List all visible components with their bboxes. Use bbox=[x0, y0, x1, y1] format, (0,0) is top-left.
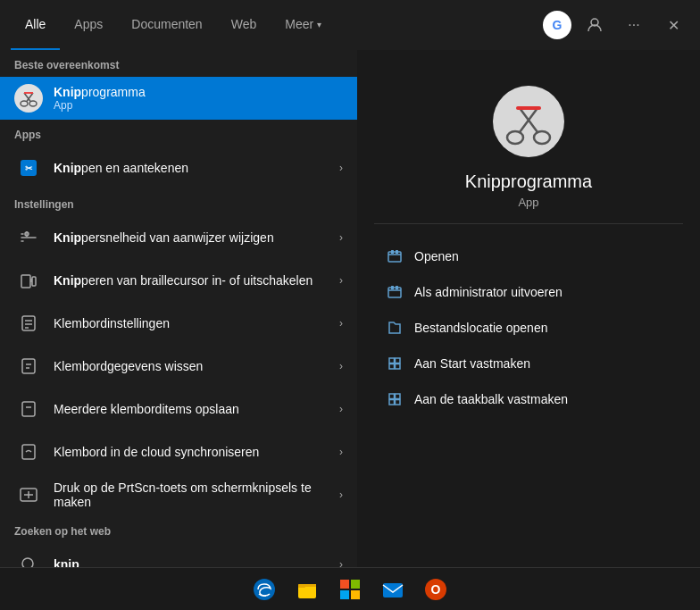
setting-item-1[interactable]: Knipperen van braillecursor in- of uitsc… bbox=[0, 259, 357, 302]
setting-text-4: Meerdere klemborditems opslaan bbox=[54, 402, 332, 416]
arrow-icon: › bbox=[339, 558, 343, 567]
arrow-icon: › bbox=[339, 489, 343, 501]
content-area: Beste overeenkomst Kni bbox=[0, 50, 700, 567]
pin-start-icon bbox=[386, 355, 404, 372]
svg-point-28 bbox=[22, 558, 33, 567]
action-taskbar[interactable]: Aan de taakbalk vastmaken bbox=[357, 381, 700, 417]
setting-title-6: Druk op de PrtScn-toets om schermknipsel… bbox=[54, 480, 332, 509]
svg-rect-12 bbox=[32, 277, 36, 286]
best-match-label: Beste overeenkomst bbox=[0, 50, 357, 77]
svg-rect-58 bbox=[351, 590, 360, 599]
location-icon bbox=[386, 319, 404, 337]
more-options-button[interactable]: ··· bbox=[618, 9, 650, 41]
setting-icon-2 bbox=[14, 309, 43, 338]
svg-rect-19 bbox=[22, 359, 35, 373]
knippen-title: Knippen en aantekenen bbox=[54, 161, 332, 175]
svg-rect-56 bbox=[351, 580, 360, 589]
arrow-icon: › bbox=[339, 403, 343, 415]
svg-rect-43 bbox=[396, 358, 401, 363]
svg-rect-54 bbox=[298, 584, 305, 588]
snipping-tool-icon bbox=[14, 84, 43, 113]
pin-taskbar-icon bbox=[386, 390, 404, 408]
svg-point-52 bbox=[254, 579, 275, 600]
tab-alle[interactable]: Alle bbox=[11, 0, 60, 50]
setting-title-5: Klembord in de cloud synchroniseren bbox=[54, 445, 332, 459]
knippen-icon: ✂ bbox=[14, 154, 43, 182]
taskbar-office[interactable]: O bbox=[420, 573, 452, 606]
taskbar-edge[interactable] bbox=[248, 573, 280, 606]
setting-item-4[interactable]: Meerdere klemborditems opslaan › bbox=[0, 388, 357, 430]
setting-item-2[interactable]: Klembordinstellingen › bbox=[0, 302, 357, 345]
action-open[interactable]: Openen bbox=[357, 238, 700, 274]
setting-text-0: Knippersnelheid van aanwijzer wijzigen bbox=[54, 230, 332, 245]
svg-rect-11 bbox=[21, 275, 30, 288]
nav-right-buttons: G ··· ✕ bbox=[543, 9, 689, 41]
right-panel: Knipprogramma App Openen bbox=[357, 50, 700, 567]
svg-text:✂: ✂ bbox=[25, 163, 33, 173]
chevron-down-icon: ▾ bbox=[317, 20, 321, 29]
svg-rect-40 bbox=[391, 286, 394, 289]
setting-icon-1 bbox=[14, 266, 43, 295]
taskbar: O bbox=[0, 567, 700, 610]
setting-item-5[interactable]: Klembord in de cloud synchroniseren › bbox=[0, 430, 357, 473]
setting-icon-6 bbox=[14, 480, 43, 509]
best-match-subtitle: App bbox=[54, 99, 343, 112]
search-window: Alle Apps Documenten Web Meer ▾ G bbox=[0, 0, 700, 610]
taskbar-mail[interactable] bbox=[377, 573, 409, 606]
web-search-icon bbox=[14, 550, 43, 567]
action-location[interactable]: Bestandslocatie openen bbox=[357, 310, 700, 346]
app-item-knippen[interactable]: ✂ Knippen en aantekenen › bbox=[0, 146, 357, 189]
web-search-text: knip... bbox=[54, 557, 332, 567]
svg-rect-42 bbox=[389, 358, 395, 363]
admin-icon bbox=[386, 283, 404, 301]
svg-rect-38 bbox=[396, 250, 398, 254]
arrow-icon: › bbox=[339, 446, 343, 458]
setting-item-6[interactable]: Druk op de PrtScn-toets om schermknipsel… bbox=[0, 473, 357, 516]
setting-icon-5 bbox=[14, 438, 43, 466]
tab-web[interactable]: Web bbox=[217, 0, 271, 50]
svg-text:O: O bbox=[431, 582, 441, 597]
svg-rect-48 bbox=[389, 400, 395, 405]
best-match-text: Knipprogramma App bbox=[54, 85, 343, 112]
web-search-item[interactable]: knip... › bbox=[0, 543, 357, 567]
person-icon-btn[interactable] bbox=[579, 9, 611, 41]
svg-rect-57 bbox=[340, 590, 349, 599]
taskbar-store[interactable] bbox=[334, 573, 366, 606]
app-large-icon bbox=[493, 86, 564, 157]
action-start[interactable]: Aan Start vastmaken bbox=[357, 346, 700, 381]
left-panel: Beste overeenkomst Kni bbox=[0, 50, 357, 567]
tab-documenten[interactable]: Documenten bbox=[117, 0, 216, 50]
setting-title-3: Klembordgegevens wissen bbox=[54, 359, 332, 373]
svg-rect-24 bbox=[22, 445, 35, 459]
setting-item-0[interactable]: Knippersnelheid van aanwijzer wijzigen › bbox=[0, 216, 357, 259]
tab-meer[interactable]: Meer ▾ bbox=[271, 0, 336, 50]
setting-title-2: Klembordinstellingen bbox=[54, 316, 332, 330]
arrow-icon: › bbox=[339, 317, 343, 330]
setting-item-3[interactable]: Klembordgegevens wissen › bbox=[0, 345, 357, 388]
divider bbox=[374, 223, 683, 224]
svg-rect-45 bbox=[396, 364, 401, 370]
web-section-label: Zoeken op het web bbox=[0, 516, 357, 543]
svg-rect-22 bbox=[22, 402, 35, 416]
setting-icon-0 bbox=[14, 223, 43, 252]
google-account-icon[interactable]: G bbox=[543, 11, 571, 39]
taskbar-explorer[interactable] bbox=[291, 573, 323, 606]
action-admin[interactable]: Als administrator uitvoeren bbox=[357, 274, 700, 310]
arrow-icon: › bbox=[339, 231, 343, 244]
arrow-icon: › bbox=[339, 162, 343, 174]
settings-section-label: Instellingen bbox=[0, 189, 357, 216]
best-match-item[interactable]: Knipprogramma App bbox=[0, 77, 357, 120]
svg-rect-39 bbox=[388, 288, 401, 297]
app-large-type: App bbox=[518, 196, 538, 209]
nav-tabs: Alle Apps Documenten Web Meer ▾ bbox=[11, 0, 543, 50]
arrow-icon: › bbox=[339, 360, 343, 372]
svg-rect-41 bbox=[396, 286, 398, 289]
app-large-title: Knipprogramma bbox=[465, 171, 592, 192]
open-icon bbox=[386, 247, 404, 265]
tab-apps[interactable]: Apps bbox=[60, 0, 117, 50]
arrow-icon: › bbox=[339, 274, 343, 287]
knippen-text: Knippen en aantekenen bbox=[54, 161, 332, 175]
close-button[interactable]: ✕ bbox=[657, 9, 689, 41]
setting-title-0: Knippersnelheid van aanwijzer wijzigen bbox=[54, 230, 332, 245]
top-nav: Alle Apps Documenten Web Meer ▾ G bbox=[0, 0, 700, 50]
